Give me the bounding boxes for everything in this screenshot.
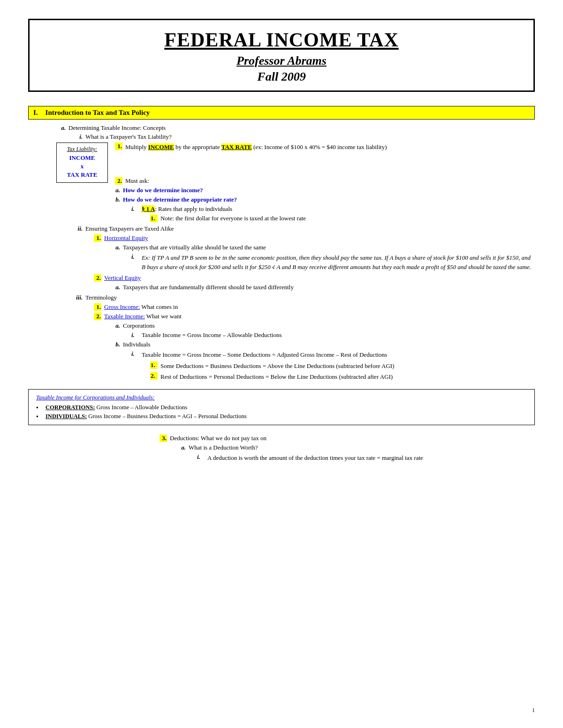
example-text: (ex: Income of $100 x 40% = $40 income t… — [252, 143, 387, 150]
item-i1: i. What is a Taxpayer's Tax Liability? — [75, 133, 535, 141]
tax-liability-box: Tax Liability: INCOME x TAX RATE — [56, 143, 108, 183]
item-veq-a: a. Taxpayers that are fundamentally diff… — [113, 284, 535, 291]
gross-text: Gross Income: What comes in — [104, 303, 178, 311]
item-b2: b. How do we determine the appropriate r… — [113, 196, 535, 203]
ded-a-label: a. — [178, 444, 186, 451]
header-box: FEDERAL INCOME TAX Professor Abrams Fall… — [28, 19, 535, 92]
by-text: by the appropriate — [174, 143, 221, 150]
corp-i-label: i. — [131, 331, 139, 339]
item-some-ded: 1. Some Deductions = Business Deductions… — [150, 361, 535, 371]
tax-rate-highlight: TAX RATE — [221, 143, 252, 150]
professor-name: Professor Abrams — [39, 54, 524, 68]
a2-label: a. — [113, 187, 120, 194]
heq-label: 1. — [94, 234, 101, 242]
ded-i-text: A deduction is worth the amount of the d… — [207, 453, 423, 463]
item-ex: i. Ex: If TP A and TP B seem to be in th… — [131, 253, 535, 271]
ex-text: Ex: If TP A and TP B seem to be in the s… — [142, 253, 535, 271]
item-ind-i: i. Taxable Income = Gross Income – Some … — [131, 350, 535, 360]
tax-box-content: INCOME x TAX RATE — [61, 154, 103, 180]
heq-a-label: a. — [113, 244, 120, 251]
item-ind: b. Individuals — [113, 341, 535, 348]
ind-i-text: Taxable Income = Gross Income – Some Ded… — [142, 350, 387, 360]
iii-text: Terminology — [85, 294, 117, 301]
summary-ind-row: ▪ INDIVIDUALS: Gross Income – Business D… — [36, 413, 527, 420]
i2-label: i. — [131, 205, 139, 213]
ii-label: ii. — [75, 225, 83, 233]
ind-label: b. — [113, 341, 120, 348]
corp-text: Corporations — [123, 322, 155, 330]
summary-corp-bullet: ▪ — [36, 404, 42, 411]
taxable-text: Taxable Income: What we want — [104, 313, 182, 320]
note1-label: 1. — [150, 215, 158, 222]
ded-a-text: What is a Deduction Worth? — [189, 444, 258, 451]
summary-corp-row: ▪ CORPORATIONS: Gross Income – Allowable… — [36, 404, 527, 411]
veq-text: Vertical Equity — [104, 274, 141, 282]
item-ded-i: i. A deduction is worth the amount of th… — [197, 453, 535, 463]
summary-title: Taxable Income for Corporations and Indi… — [36, 394, 527, 401]
level1-2-label: 2. — [115, 177, 122, 185]
summary-corp-text: CORPORATIONS: Gross Income – Allowable D… — [46, 404, 187, 411]
item-rest-ded: 2. Rest of Deductions = Personal Deducti… — [150, 372, 535, 382]
corp-i-text: Taxable Income = Gross Income – Allowabl… — [142, 331, 282, 339]
summary-ind-bullet: ▪ — [36, 413, 42, 420]
section-1-title: Introduction to Tax and Tax Policy — [46, 109, 150, 117]
gross-label: 1. — [94, 303, 101, 311]
ind-text: Individuals — [123, 341, 151, 348]
iii-label: iii. — [75, 294, 83, 301]
year: Fall 2009 — [39, 70, 524, 84]
heq-text: Horizontal Equity — [104, 234, 148, 242]
income-highlight: INCOME — [148, 143, 174, 150]
rest-ded-label: 2. — [150, 372, 158, 380]
i1-label: i. — [75, 133, 83, 141]
item-gross: 1. Gross Income: What comes in — [94, 303, 535, 311]
level1-1-label: 1. — [115, 143, 122, 150]
item-note1: 1. Note: the first dollar for everyone i… — [150, 215, 535, 222]
item-level1-1-container: Tax Liability: INCOME x TAX RATE 1. Mult… — [28, 143, 535, 185]
b2-text: How do we determine the appropriate rate… — [123, 196, 237, 203]
item-level3: 3. Deductions: What we do not pay tax on — [160, 435, 535, 442]
item-i2: i. § 1 A: Rates that apply to individual… — [131, 205, 535, 213]
level3-label: 3. — [160, 435, 167, 442]
section-1-header: I. Introduction to Tax and Tax Policy — [28, 106, 535, 120]
section-1-num: I. — [33, 109, 38, 117]
multiply-text: Multiply — [125, 143, 148, 150]
veq-a-text: Taxpayers that are fundamentally differe… — [123, 284, 294, 291]
item-veq: 2. Vertical Equity — [94, 274, 535, 282]
main-title: FEDERAL INCOME TAX — [39, 29, 524, 51]
item-ii: ii. Ensuring Taxpayers are Taxed Alike — [75, 225, 535, 233]
item-iii: iii. Terminology — [75, 294, 535, 301]
ii-text: Ensuring Taxpayers are Taxed Alike — [85, 225, 174, 233]
ex-label: i. — [131, 253, 139, 261]
i1-text: What is a Taxpayer's Tax Liability? — [85, 133, 172, 141]
item-taxable: 2. Taxable Income: What we want — [94, 313, 535, 320]
ind-i-label: i. — [131, 350, 139, 358]
a1-label: a. — [56, 124, 66, 132]
note1-text: Note: the first dollar for everyone is t… — [160, 215, 306, 222]
veq-label: 2. — [94, 274, 101, 282]
tax-box-label: Tax Liability: — [61, 146, 103, 153]
outline: a. Determining Taxable Income: Concepts … — [28, 124, 535, 382]
some-ded-label: 1. — [150, 361, 158, 369]
level1-2-text: Must ask: — [125, 177, 149, 185]
a1-text: Determining Taxable Income: Concepts — [68, 124, 166, 132]
level3-text: Deductions: What we do not pay tax on — [170, 435, 266, 442]
heq-a-text: Taxpayers that are virtually alike shoul… — [123, 244, 266, 251]
item-a1: a. Determining Taxable Income: Concepts — [56, 124, 535, 132]
taxable-label: 2. — [94, 313, 101, 320]
item-corp-i: i. Taxable Income = Gross Income – Allow… — [131, 331, 535, 339]
item-heq-a: a. Taxpayers that are virtually alike sh… — [113, 244, 535, 251]
summary-box: Taxable Income for Corporations and Indi… — [28, 389, 535, 425]
corp-label: a. — [113, 322, 120, 330]
b2-label: b. — [113, 196, 120, 203]
page-number: 1 — [532, 707, 535, 714]
summary-ind-text: INDIVIDUALS: Gross Income – Business Ded… — [46, 413, 247, 420]
item-level1-1: 1. Multiply INCOME by the appropriate TA… — [115, 143, 535, 152]
a2-text: How do we determine income? — [123, 187, 203, 194]
item-ded-a: a. What is a Deduction Worth? — [178, 444, 535, 451]
item-level1-2: 2. Must ask: — [115, 177, 535, 185]
veq-a-label: a. — [113, 284, 120, 291]
item-corp: a. Corporations — [113, 322, 535, 330]
ded-i-label: i. — [197, 453, 205, 461]
level1-1-text: Multiply INCOME by the appropriate TAX R… — [125, 143, 387, 152]
item-a2: a. How do we determine income? — [113, 187, 535, 194]
